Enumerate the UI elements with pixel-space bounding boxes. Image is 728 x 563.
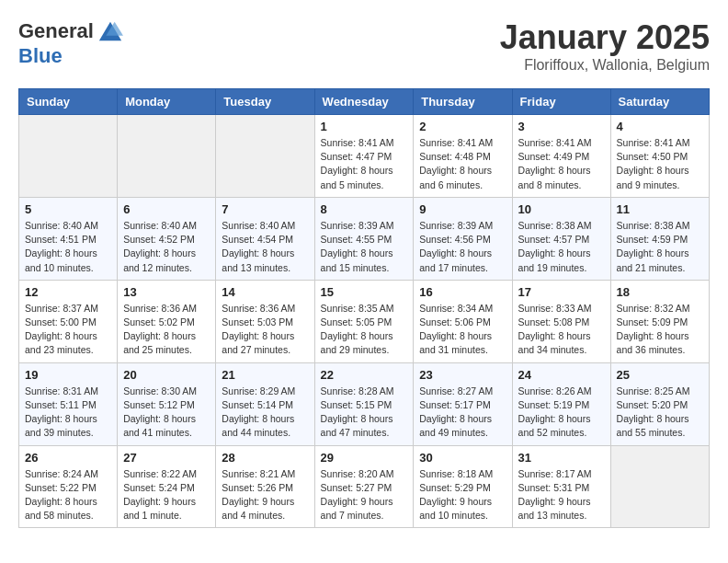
calendar-cell: 1Sunrise: 8:41 AM Sunset: 4:47 PM Daylig… [314, 115, 414, 198]
day-number: 1 [321, 120, 408, 133]
calendar-cell [118, 115, 216, 198]
day-info: Sunrise: 8:22 AM Sunset: 5:24 PM Dayligh… [123, 467, 210, 523]
day-info: Sunrise: 8:26 AM Sunset: 5:19 PM Dayligh… [518, 385, 605, 441]
calendar-cell: 9Sunrise: 8:39 AM Sunset: 4:56 PM Daylig… [414, 197, 512, 280]
day-number: 27 [123, 451, 210, 465]
day-number: 17 [518, 285, 605, 299]
day-number: 8 [321, 202, 408, 216]
calendar-cell: 28Sunrise: 8:21 AM Sunset: 5:26 PM Dayli… [216, 445, 314, 528]
day-number: 30 [419, 451, 506, 465]
day-info: Sunrise: 8:40 AM Sunset: 4:51 PM Dayligh… [25, 219, 111, 275]
calendar-cell [19, 115, 118, 198]
calendar-cell: 27Sunrise: 8:22 AM Sunset: 5:24 PM Dayli… [118, 445, 216, 528]
logo-general-text: General [18, 19, 94, 43]
calendar-weekday-header: Saturday [610, 89, 709, 115]
day-info: Sunrise: 8:36 AM Sunset: 5:03 PM Dayligh… [222, 302, 308, 358]
day-number: 12 [25, 285, 111, 299]
calendar-week-row: 5Sunrise: 8:40 AM Sunset: 4:51 PM Daylig… [19, 197, 710, 280]
day-info: Sunrise: 8:40 AM Sunset: 4:54 PM Dayligh… [222, 219, 308, 275]
day-number: 4 [617, 120, 703, 133]
logo-blue-text: Blue [18, 44, 63, 68]
day-info: Sunrise: 8:36 AM Sunset: 5:02 PM Dayligh… [123, 302, 210, 358]
day-number: 11 [617, 202, 703, 216]
day-number: 25 [617, 368, 703, 382]
day-info: Sunrise: 8:32 AM Sunset: 5:09 PM Dayligh… [617, 302, 703, 358]
day-info: Sunrise: 8:41 AM Sunset: 4:48 PM Dayligh… [419, 136, 506, 192]
day-info: Sunrise: 8:41 AM Sunset: 4:49 PM Dayligh… [518, 136, 605, 192]
calendar-cell: 31Sunrise: 8:17 AM Sunset: 5:31 PM Dayli… [512, 445, 610, 528]
day-info: Sunrise: 8:27 AM Sunset: 5:17 PM Dayligh… [419, 385, 506, 441]
calendar-week-row: 19Sunrise: 8:31 AM Sunset: 5:11 PM Dayli… [19, 362, 710, 445]
calendar-cell: 4Sunrise: 8:41 AM Sunset: 4:50 PM Daylig… [610, 115, 709, 198]
calendar-cell: 26Sunrise: 8:24 AM Sunset: 5:22 PM Dayli… [19, 445, 118, 528]
day-info: Sunrise: 8:24 AM Sunset: 5:22 PM Dayligh… [25, 467, 111, 523]
day-number: 18 [617, 285, 703, 299]
calendar-cell: 20Sunrise: 8:30 AM Sunset: 5:12 PM Dayli… [118, 362, 216, 445]
day-number: 26 [25, 451, 111, 465]
calendar-cell: 24Sunrise: 8:26 AM Sunset: 5:19 PM Dayli… [512, 362, 610, 445]
calendar-cell: 21Sunrise: 8:29 AM Sunset: 5:14 PM Dayli… [216, 362, 314, 445]
day-number: 5 [25, 202, 111, 216]
title-section: January 2025 Floriffoux, Wallonia, Belgi… [500, 18, 710, 74]
day-number: 7 [222, 202, 308, 216]
calendar-cell [610, 445, 709, 528]
location-subtitle: Floriffoux, Wallonia, Belgium [500, 57, 710, 74]
day-number: 3 [518, 120, 605, 133]
day-number: 24 [518, 368, 605, 382]
calendar-week-row: 1Sunrise: 8:41 AM Sunset: 4:47 PM Daylig… [19, 115, 710, 198]
day-info: Sunrise: 8:35 AM Sunset: 5:05 PM Dayligh… [321, 302, 408, 358]
calendar-cell: 14Sunrise: 8:36 AM Sunset: 5:03 PM Dayli… [216, 280, 314, 362]
day-info: Sunrise: 8:37 AM Sunset: 5:00 PM Dayligh… [25, 302, 111, 358]
calendar-cell: 18Sunrise: 8:32 AM Sunset: 5:09 PM Dayli… [610, 280, 709, 362]
day-number: 10 [518, 202, 605, 216]
day-number: 14 [222, 285, 308, 299]
day-info: Sunrise: 8:28 AM Sunset: 5:15 PM Dayligh… [321, 385, 408, 441]
day-info: Sunrise: 8:18 AM Sunset: 5:29 PM Dayligh… [419, 467, 506, 523]
day-number: 21 [222, 368, 308, 382]
calendar-cell: 6Sunrise: 8:40 AM Sunset: 4:52 PM Daylig… [118, 197, 216, 280]
calendar-week-row: 12Sunrise: 8:37 AM Sunset: 5:00 PM Dayli… [19, 280, 710, 362]
day-info: Sunrise: 8:41 AM Sunset: 4:50 PM Dayligh… [617, 136, 703, 192]
calendar-cell: 13Sunrise: 8:36 AM Sunset: 5:02 PM Dayli… [118, 280, 216, 362]
calendar-cell: 10Sunrise: 8:38 AM Sunset: 4:57 PM Dayli… [512, 197, 610, 280]
calendar-week-row: 26Sunrise: 8:24 AM Sunset: 5:22 PM Dayli… [19, 445, 710, 528]
calendar-cell: 23Sunrise: 8:27 AM Sunset: 5:17 PM Dayli… [414, 362, 512, 445]
calendar-cell: 8Sunrise: 8:39 AM Sunset: 4:55 PM Daylig… [314, 197, 414, 280]
day-info: Sunrise: 8:41 AM Sunset: 4:47 PM Dayligh… [321, 136, 408, 192]
calendar-cell: 7Sunrise: 8:40 AM Sunset: 4:54 PM Daylig… [216, 197, 314, 280]
calendar-weekday-header: Thursday [414, 89, 512, 115]
day-number: 19 [25, 368, 111, 382]
calendar-weekday-header: Friday [512, 89, 610, 115]
calendar-header-row: SundayMondayTuesdayWednesdayThursdayFrid… [19, 89, 710, 115]
day-info: Sunrise: 8:40 AM Sunset: 4:52 PM Dayligh… [123, 219, 210, 275]
calendar-cell: 19Sunrise: 8:31 AM Sunset: 5:11 PM Dayli… [19, 362, 118, 445]
calendar-weekday-header: Wednesday [314, 89, 414, 115]
day-number: 20 [123, 368, 210, 382]
calendar-cell: 3Sunrise: 8:41 AM Sunset: 4:49 PM Daylig… [512, 115, 610, 198]
day-info: Sunrise: 8:38 AM Sunset: 4:57 PM Dayligh… [518, 219, 605, 275]
calendar-cell: 22Sunrise: 8:28 AM Sunset: 5:15 PM Dayli… [314, 362, 414, 445]
day-info: Sunrise: 8:39 AM Sunset: 4:56 PM Dayligh… [419, 219, 506, 275]
calendar-cell: 30Sunrise: 8:18 AM Sunset: 5:29 PM Dayli… [414, 445, 512, 528]
day-number: 13 [123, 285, 210, 299]
day-info: Sunrise: 8:39 AM Sunset: 4:55 PM Dayligh… [321, 219, 408, 275]
day-info: Sunrise: 8:31 AM Sunset: 5:11 PM Dayligh… [25, 385, 111, 441]
calendar-cell: 16Sunrise: 8:34 AM Sunset: 5:06 PM Dayli… [414, 280, 512, 362]
page-header: General Blue January 2025 Floriffoux, Wa… [18, 18, 710, 74]
calendar-weekday-header: Sunday [19, 89, 118, 115]
day-info: Sunrise: 8:29 AM Sunset: 5:14 PM Dayligh… [222, 385, 308, 441]
calendar-cell: 15Sunrise: 8:35 AM Sunset: 5:05 PM Dayli… [314, 280, 414, 362]
calendar-cell: 11Sunrise: 8:38 AM Sunset: 4:59 PM Dayli… [610, 197, 709, 280]
day-number: 31 [518, 451, 605, 465]
calendar-cell [216, 115, 314, 198]
day-info: Sunrise: 8:30 AM Sunset: 5:12 PM Dayligh… [123, 385, 210, 441]
day-number: 16 [419, 285, 506, 299]
day-number: 9 [419, 202, 506, 216]
day-info: Sunrise: 8:20 AM Sunset: 5:27 PM Dayligh… [321, 467, 408, 523]
month-title: January 2025 [500, 18, 710, 57]
calendar-cell: 17Sunrise: 8:33 AM Sunset: 5:08 PM Dayli… [512, 280, 610, 362]
day-info: Sunrise: 8:38 AM Sunset: 4:59 PM Dayligh… [617, 219, 703, 275]
day-info: Sunrise: 8:25 AM Sunset: 5:20 PM Dayligh… [617, 385, 703, 441]
calendar-cell: 2Sunrise: 8:41 AM Sunset: 4:48 PM Daylig… [414, 115, 512, 198]
calendar-weekday-header: Tuesday [216, 89, 314, 115]
